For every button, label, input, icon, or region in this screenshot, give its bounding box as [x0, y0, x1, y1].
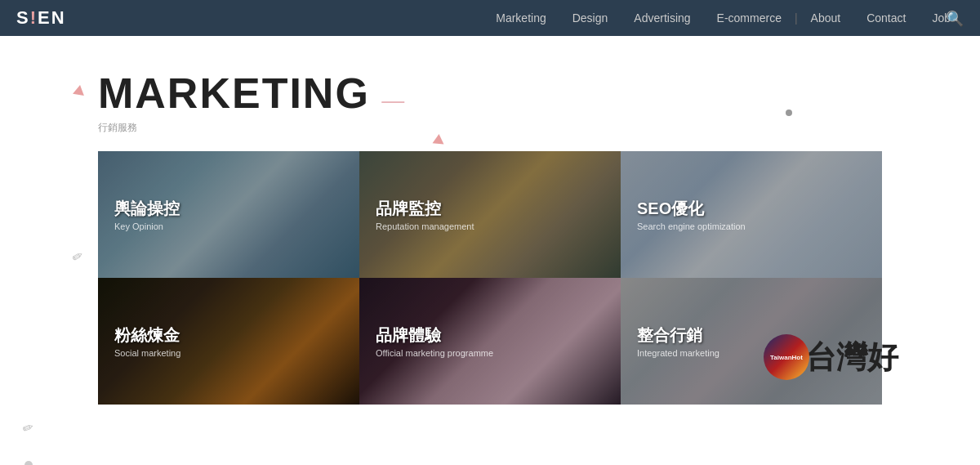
search-icon[interactable]: 🔍	[946, 10, 964, 28]
page-header: MARKETING — 行銷服務	[98, 69, 980, 135]
taiwan-hot-badge: TaiwanHot 台灣好	[764, 334, 898, 380]
page-title-container: MARKETING —	[98, 69, 980, 118]
badge-circle: TaiwanHot	[764, 334, 809, 380]
grid-title-zh-0: 輿論操控	[114, 198, 180, 220]
grid-title-zh-1: 品牌監控	[376, 198, 441, 220]
grid-title-zh-2: SEO優化	[637, 198, 704, 220]
grid-title-en-5: Integrated marketing	[637, 348, 719, 358]
deco-dot-bottom	[24, 461, 33, 465]
grid-title-zh-3: 粉絲煉金	[114, 324, 180, 347]
main-content: ✏ ✏ MARKETING — 行銷服務 輿論操控 Key Opinion 品牌…	[0, 36, 980, 405]
grid-item-3[interactable]: 粉絲煉金 Social marketing	[98, 278, 359, 405]
logo[interactable]: S!EN	[16, 7, 66, 29]
badge-circle-text: TaiwanHot	[770, 354, 803, 361]
nav-advertising[interactable]: Advertising	[621, 11, 703, 25]
page-title-deco: —	[381, 87, 404, 114]
grid-title-en-3: Social marketing	[114, 348, 180, 358]
grid-title-en-2: Search engine optimization	[637, 221, 746, 231]
grid-item-2[interactable]: SEO優化 Search engine optimization	[621, 151, 882, 278]
grid-title-zh-4: 品牌體驗	[376, 324, 441, 347]
deco-triangle-mid	[433, 133, 445, 144]
header: S!EN Marketing Design Advertising E-comm…	[0, 0, 980, 36]
main-nav: Marketing Design Advertising E-commerce …	[483, 11, 964, 25]
grid-overlay-1: 品牌監控 Reputation management	[359, 151, 621, 278]
page-title: MARKETING	[98, 69, 370, 118]
grid-overlay-3: 粉絲煉金 Social marketing	[98, 278, 359, 405]
grid-title-zh-5: 整合行銷	[637, 324, 702, 347]
grid-overlay-2: SEO優化 Search engine optimization	[621, 151, 882, 278]
nav-contact[interactable]: Contact	[853, 11, 919, 25]
nav-ecommerce[interactable]: E-commerce	[704, 11, 795, 25]
header-search-area: 🔍	[946, 10, 964, 28]
grid-item-4[interactable]: 品牌體驗 Official marketing programme	[359, 278, 621, 405]
nav-about[interactable]: About	[798, 11, 854, 25]
grid-title-en-4: Official marketing programme	[376, 348, 493, 358]
grid-title-en-1: Reputation management	[376, 221, 474, 231]
grid-overlay-4: 品牌體驗 Official marketing programme	[359, 278, 621, 405]
deco-triangle-top	[73, 84, 86, 96]
badge-text: 台灣好	[805, 337, 898, 378]
nav-design[interactable]: Design	[559, 11, 621, 25]
nav-marketing[interactable]: Marketing	[483, 11, 559, 25]
deco-pencil-left: ✏	[69, 247, 86, 266]
page-subtitle: 行銷服務	[98, 121, 980, 135]
grid-item-1[interactable]: 品牌監控 Reputation management	[359, 151, 621, 278]
grid-overlay-0: 輿論操控 Key Opinion	[98, 151, 359, 278]
grid-title-en-0: Key Opinion	[114, 221, 163, 231]
deco-pencil-bottom: ✏	[20, 418, 36, 436]
grid-item-0[interactable]: 輿論操控 Key Opinion	[98, 151, 359, 278]
